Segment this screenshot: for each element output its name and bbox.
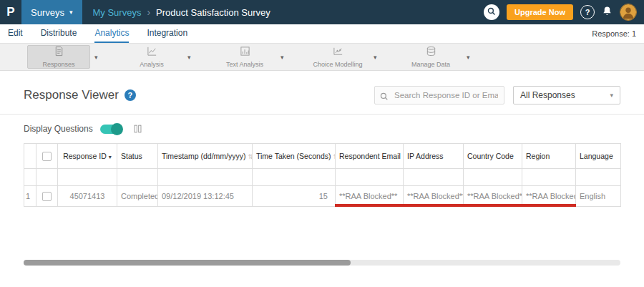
select-all-checkbox[interactable] — [42, 152, 52, 161]
filter-cell[interactable] — [158, 169, 253, 186]
ribbon-label: Manage Data — [411, 61, 450, 68]
ribbon-group-responses: Responses ▾ — [27, 45, 100, 69]
viewer-help-button[interactable]: ? — [125, 89, 136, 101]
tab-analytics[interactable]: Analytics — [94, 24, 129, 43]
notifications-button[interactable] — [602, 5, 613, 19]
annotation-red-underline — [335, 204, 576, 207]
display-questions-toggle[interactable] — [100, 125, 122, 134]
response-search — [374, 86, 504, 104]
database-icon — [426, 46, 436, 59]
rownum-header — [24, 144, 36, 169]
tab-distribute[interactable]: Distribute — [41, 24, 77, 43]
global-search-button[interactable] — [484, 4, 499, 20]
ribbon-item-manage-data[interactable]: Manage Data — [399, 45, 462, 69]
all-responses-label: All Responses — [520, 90, 575, 100]
search-icon — [380, 91, 389, 104]
row-number: 1 — [24, 186, 36, 207]
help-button[interactable]: ? — [580, 5, 595, 19]
response-id-link[interactable]: 45071413 — [58, 186, 117, 207]
sort-desc-icon: ▾ — [109, 154, 112, 160]
chevron-down-icon[interactable]: ▾ — [374, 54, 379, 61]
ribbon-label: Analysis — [140, 61, 164, 68]
chevron-down-icon[interactable]: ▾ — [280, 54, 286, 61]
choice-modelling-icon — [333, 46, 343, 59]
table-header-row: Response ID▾ Status Timestamp (dd/mm/yyy… — [24, 144, 621, 169]
ribbon-group-analysis: Analysis ▾ — [120, 45, 193, 69]
filter-cell[interactable] — [58, 169, 117, 186]
avatar[interactable] — [620, 4, 637, 21]
ribbon-group-choice-modelling: Choice Modelling ▾ — [306, 45, 379, 69]
analysis-chart-icon — [147, 46, 157, 59]
filter-cell[interactable] — [404, 169, 464, 186]
ribbon-group-manage-data: Manage Data ▾ — [399, 45, 472, 69]
sort-icon: ⇅ — [248, 153, 252, 160]
col-status: Status — [117, 144, 158, 169]
filter-cell[interactable] — [576, 169, 621, 186]
time-taken-cell: 15 — [253, 186, 336, 207]
top-header: P Surveys ▾ My Surveys › Product Satisfa… — [0, 0, 644, 24]
chevron-down-icon[interactable]: ▾ — [467, 54, 472, 61]
responses-icon — [54, 46, 64, 59]
breadcrumb-current-survey: Product Satisfaction Survey — [156, 7, 270, 18]
ribbon-item-analysis[interactable]: Analysis — [120, 45, 183, 69]
horizontal-scrollbar-track[interactable] — [24, 260, 620, 266]
chevron-down-icon: ▾ — [610, 92, 613, 99]
filter-cell[interactable] — [253, 169, 336, 186]
chevron-down-icon[interactable]: ▾ — [94, 54, 100, 61]
col-region: Region — [522, 144, 576, 169]
tab-edit[interactable]: Edit — [8, 24, 23, 43]
select-all-cell — [36, 144, 58, 169]
horizontal-scrollbar-thumb[interactable] — [24, 260, 351, 266]
filter-cell — [24, 169, 36, 186]
text-analysis-icon — [240, 46, 250, 59]
tab-integration[interactable]: Integration — [147, 24, 187, 43]
row-checkbox[interactable] — [42, 192, 52, 201]
status-cell: Completed — [117, 186, 158, 207]
col-country-code: Country Code — [464, 144, 522, 169]
columns-icon[interactable] — [133, 124, 142, 134]
chevron-down-icon[interactable]: ▾ — [187, 54, 193, 61]
responses-table: Response ID▾ Status Timestamp (dd/mm/yyy… — [24, 143, 621, 207]
viewer-header-row: Response Viewer ? All Responses ▾ — [0, 71, 644, 104]
breadcrumb-separator-icon: › — [147, 6, 150, 18]
language-cell: English — [576, 186, 621, 207]
col-language: Language — [576, 144, 621, 169]
ribbon-label: Responses — [42, 61, 74, 68]
ribbon-item-text-analysis[interactable]: Text Analysis — [213, 45, 276, 69]
col-ip-address: IP Address — [404, 144, 464, 169]
col-timestamp[interactable]: Timestamp (dd/mm/yyyy)⇅ — [158, 144, 253, 169]
ribbon-item-choice-modelling[interactable]: Choice Modelling — [306, 45, 369, 69]
surveys-dropdown[interactable]: Surveys ▾ — [21, 0, 82, 24]
breadcrumb: My Surveys › Product Satisfaction Survey — [93, 6, 270, 18]
chevron-down-icon: ▾ — [69, 9, 73, 16]
row-select-cell — [36, 186, 58, 207]
filter-cell[interactable] — [522, 169, 576, 186]
bell-icon — [602, 5, 613, 19]
ribbon-item-responses[interactable]: Responses — [27, 45, 90, 69]
filter-cell[interactable] — [117, 169, 158, 186]
viewer-controls: All Responses ▾ — [374, 86, 620, 104]
all-responses-dropdown[interactable]: All Responses ▾ — [513, 86, 620, 104]
toggle-knob — [111, 123, 123, 135]
timestamp-cell: 09/12/2019 13:12:45 — [158, 186, 253, 207]
col-response-id[interactable]: Response ID▾ — [58, 144, 117, 169]
filter-cell[interactable] — [464, 169, 522, 186]
filter-cell — [36, 169, 58, 186]
filter-cell[interactable] — [336, 169, 404, 186]
search-icon — [487, 6, 496, 19]
col-time-taken[interactable]: Time Taken (Seconds)⇅ — [253, 144, 336, 169]
questionpro-logo[interactable]: P — [0, 5, 21, 19]
search-input[interactable] — [374, 86, 504, 104]
response-viewer-panel: Response Viewer ? All Responses ▾ Displa… — [0, 71, 644, 287]
ribbon-label: Text Analysis — [226, 61, 263, 68]
upgrade-now-button[interactable]: Upgrade Now — [507, 4, 573, 20]
responses-table-wrap: Response ID▾ Status Timestamp (dd/mm/yyy… — [24, 143, 620, 207]
col-respondent-email: Respondent Email — [336, 144, 404, 169]
ribbon-group-text-analysis: Text Analysis ▾ — [213, 45, 286, 69]
analytics-ribbon: Responses ▾ Analysis ▾ Text Analysis ▾ C… — [0, 43, 644, 71]
breadcrumb-my-surveys[interactable]: My Surveys — [93, 7, 142, 18]
col-label: Timestamp (dd/mm/yyyy) — [162, 152, 245, 160]
display-questions-row: Display Questions — [0, 115, 644, 134]
survey-nav-tabs: Edit Distribute Analytics Integration Re… — [0, 24, 644, 43]
surveys-label: Surveys — [31, 7, 64, 18]
